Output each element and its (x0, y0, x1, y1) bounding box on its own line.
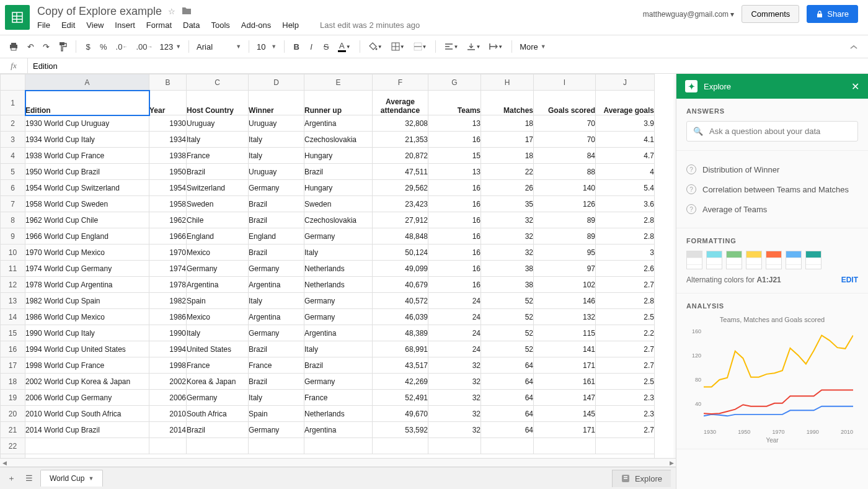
data-cell[interactable]: Brazil (187, 164, 249, 180)
data-cell[interactable]: 140 (534, 180, 596, 196)
data-cell[interactable]: Argentina (249, 277, 304, 293)
data-cell[interactable]: Argentina (304, 115, 373, 132)
analysis-chart[interactable]: 1601208040 19301950197019902010 Year (686, 328, 858, 440)
data-cell[interactable]: Brazil (187, 422, 249, 438)
data-cell[interactable]: 64 (481, 374, 534, 390)
percent-button[interactable]: % (96, 39, 111, 54)
data-cell[interactable]: 1994 (149, 341, 187, 357)
row-header-13[interactable]: 13 (1, 293, 25, 309)
comments-button[interactable]: Comments (742, 5, 799, 23)
data-cell[interactable]: 16 (428, 196, 481, 212)
italic-button[interactable]: I (304, 39, 318, 54)
data-cell[interactable]: 32 (428, 406, 481, 422)
data-cell[interactable]: Germany (249, 422, 304, 438)
data-cell[interactable]: 29,562 (373, 180, 428, 196)
data-cell[interactable]: 64 (481, 357, 534, 374)
header-cell[interactable]: Matches (481, 91, 534, 115)
strike-button[interactable]: S (319, 39, 333, 54)
data-cell[interactable]: 2.5 (596, 309, 655, 325)
row-header-16[interactable]: 16 (1, 341, 25, 357)
data-cell[interactable]: France (304, 390, 373, 406)
data-cell[interactable]: 2.5 (596, 374, 655, 390)
data-cell[interactable]: Italy (249, 132, 304, 148)
data-cell[interactable]: 38 (481, 277, 534, 293)
data-cell[interactable]: 1990 (149, 325, 187, 341)
data-cell[interactable]: 16 (428, 212, 481, 228)
data-cell[interactable]: 46,039 (373, 309, 428, 325)
dec-decrease-button[interactable]: .0← (112, 39, 131, 54)
data-cell[interactable]: Germany (249, 180, 304, 196)
data-cell[interactable]: Argentina (249, 309, 304, 325)
data-cell[interactable]: Germany (187, 390, 249, 406)
data-cell[interactable]: Brazil (304, 357, 373, 374)
data-cell[interactable]: 1982 World Cup Spain (25, 293, 149, 309)
data-cell[interactable]: 16 (428, 244, 481, 261)
data-cell[interactable]: 24 (428, 293, 481, 309)
data-cell[interactable]: 1978 (149, 277, 187, 293)
row-header-14[interactable]: 14 (1, 309, 25, 325)
dec-increase-button[interactable]: .00→ (132, 39, 156, 54)
data-cell[interactable]: 1954 World Cup Switzerland (25, 180, 149, 196)
data-cell[interactable]: 16 (428, 132, 481, 148)
data-cell[interactable]: 89 (534, 212, 596, 228)
row-header-12[interactable]: 12 (1, 277, 25, 293)
data-cell[interactable]: England (187, 228, 249, 244)
col-header-H[interactable]: H (481, 74, 534, 91)
data-cell[interactable]: Italy (249, 293, 304, 309)
data-cell[interactable]: 17 (481, 132, 534, 148)
data-cell[interactable]: 18 (481, 148, 534, 164)
menu-insert[interactable]: Insert (115, 20, 135, 30)
data-cell[interactable]: 24 (428, 341, 481, 357)
explore-suggestion[interactable]: ?Correlation between Teams and Matches (686, 179, 858, 199)
header-cell[interactable]: Year (149, 91, 187, 115)
data-cell[interactable]: 89 (534, 228, 596, 244)
data-cell[interactable]: 48,389 (373, 325, 428, 341)
data-cell[interactable]: 4 (596, 164, 655, 180)
data-cell[interactable]: 1978 World Cup Argentina (25, 277, 149, 293)
row-header-11[interactable]: 11 (1, 261, 25, 277)
row-header-18[interactable]: 18 (1, 374, 25, 390)
data-cell[interactable]: Uruguay (249, 115, 304, 132)
data-cell[interactable]: 2.6 (596, 261, 655, 277)
data-cell[interactable]: 2.8 (596, 293, 655, 309)
fill-color-button[interactable]: ▼ (365, 39, 386, 54)
select-all-corner[interactable] (1, 74, 25, 91)
data-cell[interactable]: 1950 World Cup Brazil (25, 164, 149, 180)
header-cell[interactable]: Host Country (187, 91, 249, 115)
data-cell[interactable]: 146 (534, 293, 596, 309)
data-cell[interactable]: 4.1 (596, 132, 655, 148)
formula-input[interactable] (28, 59, 868, 73)
data-cell[interactable]: Brazil (249, 244, 304, 261)
row-header-19[interactable]: 19 (1, 390, 25, 406)
currency-button[interactable]: $ (81, 39, 95, 54)
data-cell[interactable]: Italy (304, 341, 373, 357)
data-cell[interactable]: 52 (481, 341, 534, 357)
data-cell[interactable]: 42,269 (373, 374, 428, 390)
color-swatch[interactable] (706, 251, 722, 269)
menu-tools[interactable]: Tools (211, 20, 229, 30)
data-cell[interactable]: Netherlands (304, 406, 373, 422)
more-button[interactable]: More▼ (517, 41, 549, 53)
data-cell[interactable]: Brazil (249, 341, 304, 357)
user-email[interactable]: matthewguay@gmail.com ▾ (643, 10, 735, 19)
data-cell[interactable]: 2.7 (596, 357, 655, 374)
col-header-I[interactable]: I (534, 74, 596, 91)
valign-button[interactable]: ▼ (463, 39, 484, 54)
col-header-G[interactable]: G (428, 74, 481, 91)
row-header-7[interactable]: 7 (1, 196, 25, 212)
data-cell[interactable]: Germany (249, 261, 304, 277)
row-header-3[interactable]: 3 (1, 132, 25, 148)
data-cell[interactable]: Uruguay (187, 115, 249, 132)
header-cell[interactable]: Runner up (304, 91, 373, 115)
data-cell[interactable]: England (249, 228, 304, 244)
data-cell[interactable]: 2.2 (596, 325, 655, 341)
data-cell[interactable]: 2.7 (596, 341, 655, 357)
data-cell[interactable]: 40,572 (373, 293, 428, 309)
data-cell[interactable]: 1954 (149, 180, 187, 196)
row-header-17[interactable]: 17 (1, 357, 25, 374)
menu-edit[interactable]: Edit (61, 20, 75, 30)
data-cell[interactable]: 2.8 (596, 228, 655, 244)
data-cell[interactable]: South Africa (187, 406, 249, 422)
row-header-4[interactable]: 4 (1, 148, 25, 164)
data-cell[interactable]: Sweden (304, 196, 373, 212)
